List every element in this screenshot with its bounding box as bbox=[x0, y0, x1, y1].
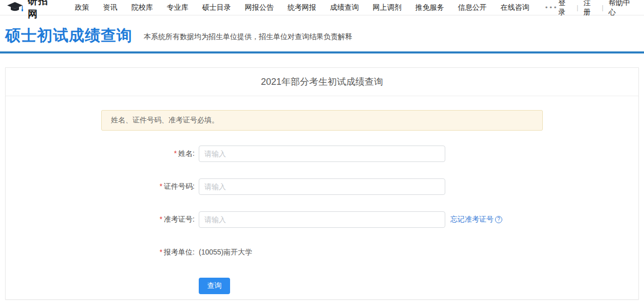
target-institution-value: (10055)南开大学 bbox=[199, 248, 252, 257]
score-inquiry-panel: 2021年部分考生初试成绩查询 姓名、证件号码、准考证号必填。 *姓名: *证件… bbox=[5, 67, 639, 300]
page-subtitle: 本系统所有数据均为招生单位提供，招生单位对查询结果负责解释 bbox=[144, 32, 352, 43]
site-logo[interactable]: 研招网 bbox=[7, 0, 55, 21]
nav-item-report-notice[interactable]: 网报公告 bbox=[245, 3, 274, 12]
required-marker: * bbox=[160, 248, 162, 256]
main-menu: 政策 资讯 院校库 专业库 硕士目录 网报公告 统考网报 成绩查询 网上调剂 推… bbox=[75, 3, 559, 12]
target-institution-label: *报考单位: bbox=[101, 248, 195, 257]
separator: | bbox=[577, 4, 578, 11]
score-inquiry-form: *姓名: *证件号码: *准考证号: 忘记准考证号 ? *报考单位: (1005… bbox=[101, 146, 543, 294]
notice-text: 姓名、证件号码、准考证号必填。 bbox=[111, 116, 219, 125]
id-number-label: *证件号码: bbox=[101, 182, 195, 191]
nav-item-policy[interactable]: 政策 bbox=[75, 3, 89, 12]
nav-item-master-catalog[interactable]: 硕士目录 bbox=[202, 3, 231, 12]
top-nav: 研招网 政策 资讯 院校库 专业库 硕士目录 网报公告 统考网报 成绩查询 网上… bbox=[0, 0, 644, 15]
forgot-ticket-link-text: 忘记准考证号 bbox=[450, 215, 494, 224]
id-number-input[interactable] bbox=[199, 178, 445, 195]
more-menu-icon[interactable]: ••• bbox=[543, 4, 559, 11]
required-marker: * bbox=[160, 182, 162, 190]
blue-divider bbox=[0, 51, 644, 53]
admission-ticket-input[interactable] bbox=[199, 211, 445, 228]
form-row-target-institution: *报考单位: (10055)南开大学 bbox=[101, 244, 543, 261]
nav-item-major-library[interactable]: 专业库 bbox=[167, 3, 188, 12]
label-text: 姓名: bbox=[178, 149, 195, 157]
separator: | bbox=[602, 4, 603, 11]
required-fields-notice: 姓名、证件号码、准考证号必填。 bbox=[101, 110, 543, 131]
nav-item-exemption-service[interactable]: 推免服务 bbox=[415, 3, 444, 12]
form-row-admission-ticket: *准考证号: 忘记准考证号 ? bbox=[101, 211, 543, 228]
help-icon: ? bbox=[495, 216, 502, 223]
help-center-link[interactable]: 帮助中心 bbox=[609, 0, 635, 17]
query-button[interactable]: 查询 bbox=[199, 278, 230, 294]
admission-ticket-label: *准考证号: bbox=[101, 215, 195, 224]
forgot-ticket-link[interactable]: 忘记准考证号 ? bbox=[450, 215, 502, 224]
label-text: 准考证号: bbox=[164, 215, 195, 223]
form-row-name: *姓名: bbox=[101, 146, 543, 162]
nav-item-college-library[interactable]: 院校库 bbox=[131, 3, 153, 12]
login-link[interactable]: 登录 bbox=[558, 0, 571, 17]
nav-item-info-disclosure[interactable]: 信息公开 bbox=[458, 3, 487, 12]
name-input[interactable] bbox=[199, 146, 445, 162]
panel-body: 姓名、证件号码、准考证号必填。 *姓名: *证件号码: *准考证号: 忘记准考证… bbox=[101, 110, 543, 294]
nav-item-online-adjustment[interactable]: 网上调剂 bbox=[373, 3, 402, 12]
required-marker: * bbox=[174, 149, 177, 157]
nav-item-score-inquiry[interactable]: 成绩查询 bbox=[330, 3, 359, 12]
nav-item-unified-exam-registration[interactable]: 统考网报 bbox=[288, 3, 316, 12]
graduation-cap-icon bbox=[7, 2, 25, 13]
panel-header: 2021年部分考生初试成绩查询 bbox=[6, 68, 638, 96]
required-marker: * bbox=[160, 215, 162, 223]
register-link[interactable]: 注册 bbox=[583, 0, 596, 17]
page-header: 硕士初试成绩查询 本系统所有数据均为招生单位提供，招生单位对查询结果负责解释 bbox=[0, 15, 644, 51]
page-title: 硕士初试成绩查询 bbox=[5, 28, 132, 43]
form-row-id-number: *证件号码: bbox=[101, 178, 543, 195]
form-actions: 查询 bbox=[199, 277, 543, 294]
nav-item-news[interactable]: 资讯 bbox=[103, 3, 118, 12]
nav-item-online-consultation[interactable]: 在线咨询 bbox=[501, 3, 529, 12]
label-text: 报考单位: bbox=[164, 248, 195, 256]
nav-right: 登录 | 注册 | 帮助中心 bbox=[558, 0, 635, 17]
panel-title: 2021年部分考生初试成绩查询 bbox=[261, 76, 383, 88]
logo-text: 研招网 bbox=[28, 0, 55, 21]
name-label: *姓名: bbox=[101, 149, 195, 158]
label-text: 证件号码: bbox=[164, 182, 195, 190]
